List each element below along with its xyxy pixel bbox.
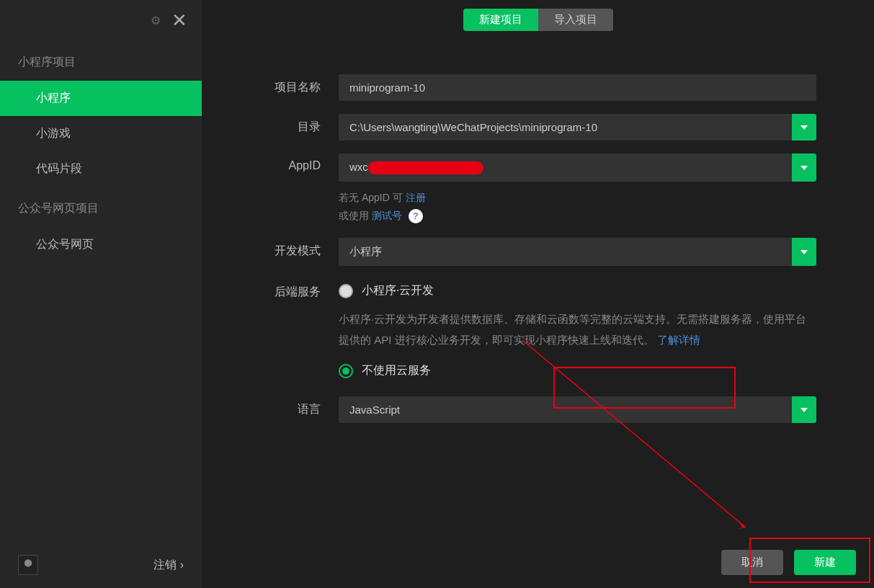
sidebar-item-miniprogram[interactable]: 小程序	[0, 81, 202, 116]
sidebar-item-minigame[interactable]: 小游戏	[0, 116, 202, 151]
help-icon[interactable]: ?	[409, 209, 423, 223]
sidebar-section-webpage: 公众号网页项目	[0, 187, 202, 227]
label-directory: 目录	[245, 114, 339, 135]
label-backend: 后端服务	[245, 279, 339, 300]
sidebar-item-webpage[interactable]: 公众号网页	[0, 227, 202, 262]
chevron-right-icon: ›	[180, 558, 184, 571]
chevron-down-icon	[801, 408, 808, 412]
label-language: 语言	[245, 396, 339, 417]
close-icon[interactable]: ✕	[171, 11, 187, 30]
avatar[interactable]	[18, 555, 38, 575]
radio-cloud-dev-label: 小程序·云开发	[362, 283, 434, 298]
radio-no-cloud[interactable]	[339, 364, 353, 378]
tab-new-project[interactable]: 新建项目	[463, 9, 538, 31]
dev-mode-dropdown-button[interactable]	[792, 238, 816, 266]
main-panel: 新建项目 导入项目 项目名称 miniprogram-10 目录 C:\User…	[202, 0, 874, 588]
create-button[interactable]: 新建	[794, 550, 856, 575]
chevron-down-icon	[801, 125, 808, 130]
learn-more-link[interactable]: 了解详情	[657, 334, 700, 346]
test-account-link[interactable]: 测试号	[372, 210, 402, 221]
cancel-button[interactable]: 取消	[721, 550, 783, 575]
radio-no-cloud-label: 不使用云服务	[362, 363, 431, 378]
logout-label: 注销	[153, 558, 177, 573]
gear-icon[interactable]: ⚙	[151, 14, 161, 27]
label-appid: AppID	[245, 153, 339, 172]
sidebar-item-snippet[interactable]: 代码片段	[0, 151, 202, 187]
backend-description: 小程序·云开发为开发者提供数据库、存储和云函数等完整的云端支持。无需搭建服务器，…	[339, 309, 816, 350]
tab-import-project[interactable]: 导入项目	[538, 9, 613, 31]
appid-dropdown-button[interactable]	[792, 153, 816, 182]
chevron-down-icon	[801, 166, 808, 170]
appid-hint: 若无 AppID 可 注册 或使用 测试号 ?	[339, 189, 816, 225]
radio-cloud-dev[interactable]	[339, 284, 353, 298]
appid-input[interactable]: wxc	[339, 153, 792, 182]
label-dev-mode: 开发模式	[245, 238, 339, 259]
logout-button[interactable]: 注销 ›	[153, 558, 184, 573]
project-name-input[interactable]: miniprogram-10	[339, 74, 816, 101]
language-dropdown-button[interactable]	[792, 396, 816, 423]
sidebar: ⚙ ✕ 小程序项目 小程序 小游戏 代码片段 公众号网页项目 公众号网页 注销 …	[0, 0, 202, 588]
label-project-name: 项目名称	[245, 74, 339, 95]
language-select[interactable]: JavaScript	[339, 396, 792, 423]
register-link[interactable]: 注册	[406, 192, 426, 203]
directory-input[interactable]: C:\Users\wangting\WeChatProjects\minipro…	[339, 114, 792, 141]
chevron-down-icon	[801, 250, 808, 254]
dev-mode-select[interactable]: 小程序	[339, 238, 792, 266]
redacted-appid	[368, 161, 483, 174]
directory-dropdown-button[interactable]	[792, 114, 816, 141]
sidebar-section-miniprogram: 小程序项目	[0, 40, 202, 81]
